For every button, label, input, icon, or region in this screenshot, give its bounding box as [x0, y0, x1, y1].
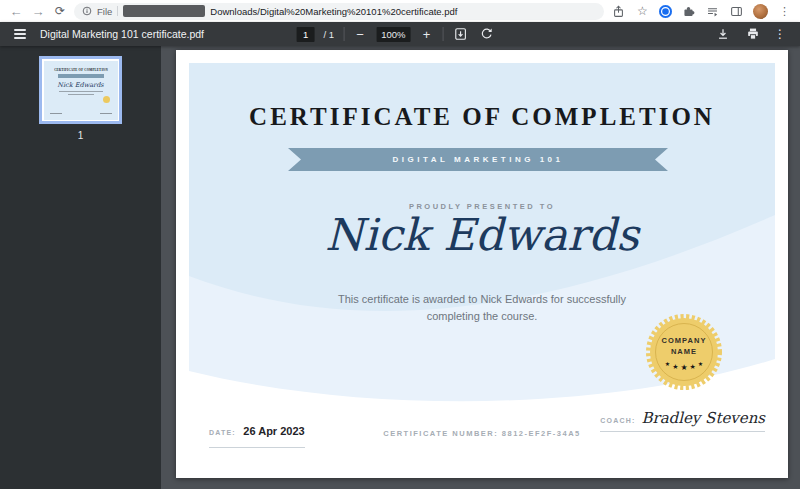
download-icon[interactable] — [714, 26, 731, 43]
print-icon[interactable] — [744, 26, 761, 43]
page-total-label: / 1 — [324, 29, 335, 40]
fit-page-icon[interactable] — [452, 26, 469, 43]
thumb-line — [100, 113, 112, 114]
zoom-in-button[interactable]: + — [419, 28, 433, 41]
password-manager-icon[interactable] — [659, 5, 672, 18]
certificate-description: This certificate is awarded to Nick Edwa… — [316, 291, 648, 325]
certificate: CERTIFICATE OF COMPLETION DIGITAL MARKET… — [189, 63, 775, 465]
pdf-viewport[interactable]: CERTIFICATE OF COMPLETION DIGITAL MARKET… — [161, 46, 800, 489]
toolbar-divider — [442, 27, 443, 41]
coach-label: COACH: — [600, 417, 635, 424]
pdf-page: CERTIFICATE OF COMPLETION DIGITAL MARKET… — [176, 50, 788, 478]
zoom-out-button[interactable]: − — [353, 28, 367, 41]
thumbnail-page-number: 1 — [39, 130, 122, 141]
recipient-name: Nick Edwards — [189, 209, 775, 260]
company-seal: COMPANY NAME ★ ★ ★ ★ ★ — [645, 313, 723, 391]
coach-field: COACH: Bradley Stevens — [600, 409, 765, 432]
share-icon[interactable] — [611, 4, 626, 19]
url-separator — [117, 6, 118, 16]
menu-hamburger-icon[interactable] — [14, 29, 26, 39]
toolbar-divider — [343, 27, 344, 41]
thumb-recipient: Nick Edwards — [44, 81, 118, 89]
viewer-content: CERTIFICATE OF COMPLETION Nick Edwards 1 — [0, 46, 800, 489]
forward-icon[interactable]: → — [30, 3, 46, 19]
thumb-line — [68, 94, 94, 95]
bookmark-star-icon[interactable]: ☆ — [635, 4, 650, 19]
course-ribbon: DIGITAL MARKETING 101 — [288, 148, 668, 171]
thumb-line — [59, 91, 103, 92]
certificate-title: CERTIFICATE OF COMPLETION — [189, 103, 775, 131]
pdf-menu-kebab-icon[interactable]: ⋮ — [774, 27, 786, 41]
side-panel-icon[interactable] — [729, 4, 744, 19]
rotate-icon[interactable] — [478, 26, 495, 43]
thumb-ribbon — [58, 74, 104, 78]
coach-signature: Bradley Stevens — [641, 409, 765, 427]
star-icon: ★ — [698, 361, 703, 367]
file-icon — [82, 6, 92, 16]
browser-actions: ☆ ⋮ — [611, 4, 792, 19]
reload-icon[interactable]: ⟳ — [52, 3, 68, 19]
seal-stars: ★ ★ ★ ★ ★ — [665, 361, 704, 369]
url-text: Downloads/Digital%20Marketing%20101%20ce… — [210, 6, 457, 17]
thumb-line — [50, 113, 62, 114]
browser-chrome-bar: ← → ⟳ File Downloads/Digital%20Marketing… — [0, 0, 800, 22]
zoom-level-value[interactable]: 100% — [376, 27, 410, 42]
course-name: DIGITAL MARKETING 101 — [393, 155, 564, 164]
thumb-cert-title: CERTIFICATE OF COMPLETION — [47, 68, 114, 72]
pdf-toolbar: Digital Marketing 101 certificate.pdf / … — [0, 22, 800, 46]
star-icon: ★ — [680, 364, 687, 372]
url-scheme-label: File — [97, 6, 112, 17]
browser-menu-kebab-icon[interactable]: ⋮ — [777, 4, 792, 19]
reading-list-icon[interactable] — [705, 4, 720, 19]
page-thumbnail[interactable]: CERTIFICATE OF COMPLETION Nick Edwards 1 — [39, 56, 122, 141]
seal-company-line2: NAME — [671, 346, 697, 357]
redacted-path-block — [123, 5, 205, 17]
seal-company-line1: COMPANY — [662, 335, 707, 346]
profile-avatar[interactable] — [753, 4, 768, 19]
address-bar[interactable]: File Downloads/Digital%20Marketing%20101… — [74, 3, 604, 20]
star-icon: ★ — [672, 363, 678, 370]
star-icon: ★ — [690, 363, 696, 370]
thumb-badge — [103, 96, 110, 103]
thumbnail-sidebar: CERTIFICATE OF COMPLETION Nick Edwards 1 — [0, 46, 161, 489]
document-title: Digital Marketing 101 certificate.pdf — [40, 28, 204, 40]
back-icon[interactable]: ← — [8, 3, 24, 19]
star-icon: ★ — [665, 361, 670, 367]
page-number-input[interactable] — [297, 27, 315, 42]
extensions-puzzle-icon[interactable] — [681, 4, 696, 19]
